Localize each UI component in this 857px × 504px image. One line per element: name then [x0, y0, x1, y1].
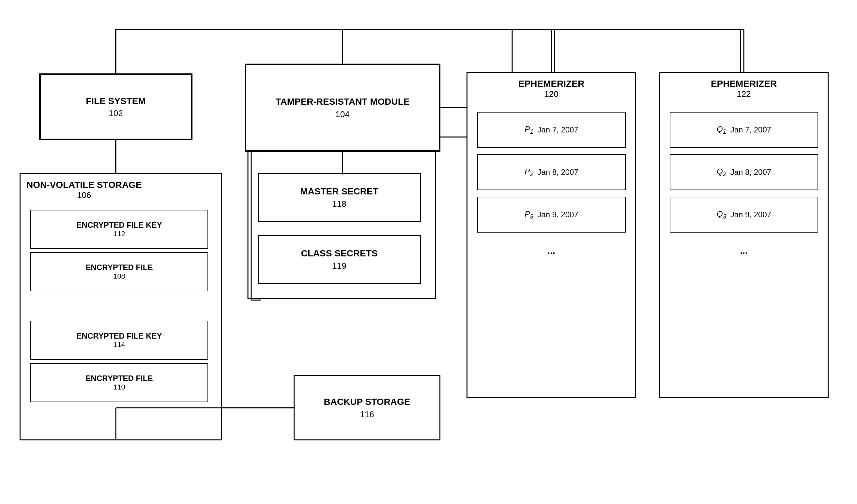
non-volatile-storage-box: NON-VOLATILE STORAGE 106 ENCRYPTED FILE … [20, 173, 222, 440]
diagram: FILE SYSTEM 102 TAMPER-RESISTANT MODULE … [0, 0, 857, 504]
q3-label: Q3 [717, 209, 726, 220]
ephemerizer-122-box: EPHEMERIZER 122 Q1 Jan 7, 2007 Q2 Jan 8,… [659, 72, 829, 398]
enc-file-key-112-box: ENCRYPTED FILE KEY 112 [30, 210, 208, 249]
p2-date: Jan 8, 2007 [537, 168, 578, 177]
ef-110-label: ENCRYPTED FILE [86, 374, 153, 383]
backup-storage-number: 116 [360, 409, 374, 420]
enc-file-110-box: ENCRYPTED FILE 110 [30, 363, 208, 402]
p1-label: P1 [525, 124, 533, 135]
eph-120-label: EPHEMERIZER [468, 79, 635, 89]
enc-file-108-box: ENCRYPTED FILE 108 [30, 252, 208, 291]
efk-112-label: ENCRYPTED FILE KEY [77, 220, 162, 230]
p1-box: P1 Jan 7, 2007 [477, 112, 626, 148]
file-system-label: FILE SYSTEM [86, 95, 146, 107]
backup-storage-box: BACKUP STORAGE 116 [293, 375, 440, 440]
p2-label: P2 [525, 167, 533, 178]
tamper-resistant-box: TAMPER-RESISTANT MODULE 104 [245, 64, 440, 152]
eph-120-number: 120 [468, 89, 635, 99]
q-ellipsis: ... [660, 246, 828, 256]
nvs-label: NON-VOLATILE STORAGE [27, 180, 142, 190]
q3-date: Jan 9, 2007 [730, 210, 771, 219]
ef-108-number: 108 [113, 272, 125, 281]
q2-box: Q2 Jan 8, 2007 [670, 154, 818, 190]
efk-114-label: ENCRYPTED FILE KEY [77, 332, 162, 340]
eph-122-number: 122 [660, 89, 828, 99]
p3-date: Jan 9, 2007 [537, 210, 578, 219]
line-trm-to-secrets [341, 150, 344, 174]
q2-date: Jan 8, 2007 [730, 168, 771, 177]
p1-date: Jan 7, 2007 [537, 125, 578, 134]
backup-storage-label: BACKUP STORAGE [324, 396, 410, 408]
enc-file-key-114-box: ENCRYPTED FILE KEY 114 [30, 321, 208, 360]
tamper-resistant-label: TAMPER-RESISTANT MODULE [275, 96, 409, 108]
p-ellipsis: ... [468, 246, 635, 256]
q1-box: Q1 Jan 7, 2007 [670, 112, 818, 148]
file-system-box: FILE SYSTEM 102 [39, 73, 192, 140]
ef-108-label: ENCRYPTED FILE [86, 263, 153, 272]
p3-box: P3 Jan 9, 2007 [477, 197, 626, 233]
file-system-number: 102 [108, 108, 123, 118]
p3-label: P3 [525, 209, 533, 220]
ef-110-number: 110 [113, 383, 125, 391]
q3-box: Q3 Jan 9, 2007 [670, 197, 818, 233]
efk-112-number: 112 [113, 230, 125, 238]
ephemerizer-120-box: EPHEMERIZER 120 P1 Jan 7, 2007 P2 Jan 8,… [467, 72, 636, 398]
efk-114-number: 114 [113, 340, 125, 349]
q2-label: Q2 [717, 167, 726, 178]
nvs-number: 106 [27, 190, 142, 200]
eph-122-label: EPHEMERIZER [660, 79, 828, 89]
q1-label: Q1 [717, 124, 726, 135]
tamper-resistant-number: 104 [335, 109, 349, 119]
q1-date: Jan 7, 2007 [730, 125, 771, 134]
p2-box: P2 Jan 8, 2007 [477, 154, 626, 190]
